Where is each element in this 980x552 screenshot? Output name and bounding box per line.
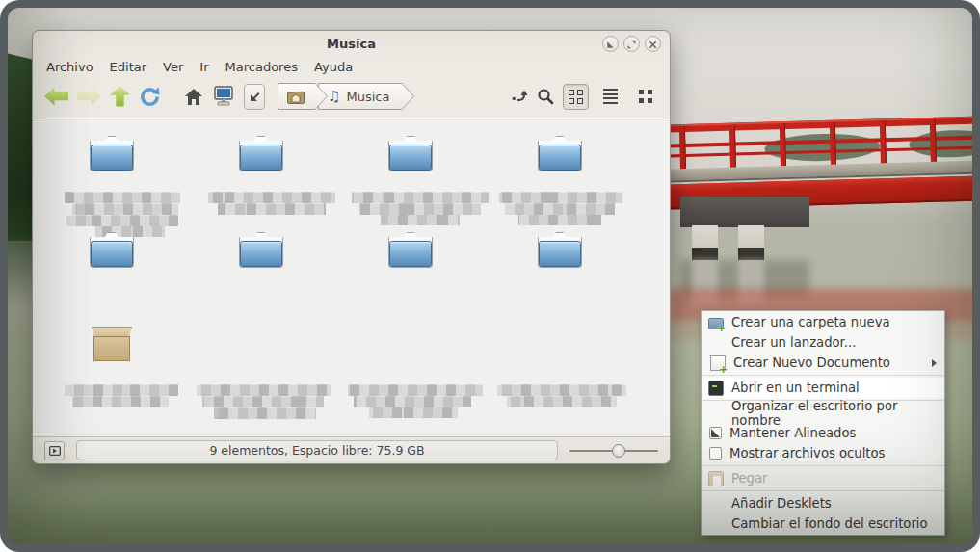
zoom-slider[interactable] [569, 441, 658, 460]
bridge-post [830, 122, 836, 167]
menu-item-label: Cambiar el fondo del escritorio [731, 516, 928, 531]
menu-ir[interactable]: Ir [199, 60, 208, 74]
menu-separator [702, 465, 944, 466]
folder-icon [538, 232, 582, 268]
up-arrow-icon[interactable] [110, 87, 130, 107]
menu-item-label: Mostrar archivos ocultos [729, 446, 885, 460]
status-text: 9 elementos, Espacio libre: 75.9 GB [76, 440, 558, 460]
breadcrumb: ♫ Musica [278, 83, 414, 110]
home-icon[interactable] [184, 88, 203, 106]
desktop-wallpaper: Musica ArchivoEditarVerIrMarcadoresAyuda [8, 8, 972, 544]
bridge-pier-column [692, 225, 718, 260]
redacted-label [505, 203, 615, 215]
menu-item-label: Mantener Alineados [729, 426, 856, 440]
redacted-label [369, 407, 458, 418]
redacted-label [381, 215, 460, 225]
redacted-label [354, 396, 471, 407]
folder-icon [90, 232, 134, 268]
computer-icon[interactable] [212, 86, 235, 107]
minimize-button[interactable] [602, 36, 619, 52]
redacted-label [352, 192, 489, 203]
folder-item[interactable] [488, 232, 632, 268]
zoom-slider-handle[interactable] [612, 444, 625, 458]
menu-ayuda[interactable]: Ayuda [314, 60, 353, 74]
redacted-label [348, 384, 483, 396]
screen-bezel: Musica ArchivoEditarVerIrMarcadoresAyuda [0, 0, 980, 552]
breadcrumb-home[interactable] [278, 83, 328, 110]
context-menu-item[interactable]: +Crear Nuevo Documento [702, 353, 944, 373]
redacted-label [499, 192, 622, 203]
terminal-icon [708, 381, 724, 396]
checkbox-checked [709, 427, 722, 439]
grid-view-icon[interactable] [563, 84, 589, 110]
wallpaper-trees [909, 129, 972, 159]
bridge-post [880, 120, 887, 165]
breadcrumb-musica[interactable]: ♫ Musica [318, 83, 414, 110]
folder-icon [388, 232, 433, 268]
forward-arrow-icon [77, 88, 101, 106]
folder-icon [239, 232, 283, 268]
redacted-label [65, 384, 178, 396]
checkbox-unchecked [709, 447, 722, 460]
redacted-label [507, 396, 617, 407]
context-menu-item[interactable]: Añadir Desklets [702, 493, 944, 513]
desktop-context-menu: +Crear una carpeta nuevaCrear un lanzado… [701, 310, 945, 536]
folder-item[interactable] [40, 232, 184, 268]
menu-item-label: Pegar [731, 471, 767, 486]
menu-editar[interactable]: Editar [110, 60, 147, 74]
menu-item-spacer [708, 406, 724, 421]
context-menu-item[interactable]: +Crear una carpeta nueva [702, 312, 944, 332]
redacted-label [65, 192, 180, 203]
statusbar: 9 elementos, Espacio libre: 75.9 GB [33, 437, 670, 463]
redacted-label [208, 192, 335, 203]
pier-reflection [680, 260, 809, 295]
sidebar-toggle-icon[interactable] [44, 441, 65, 460]
window-title: Musica [33, 37, 670, 51]
folder-icon [239, 136, 283, 171]
archive-item[interactable] [40, 327, 184, 363]
archive-box-icon [90, 327, 134, 363]
compact-view-icon[interactable] [632, 84, 658, 110]
bridge-pier-column [738, 225, 764, 260]
refresh-icon[interactable] [139, 86, 161, 108]
maximize-button[interactable] [623, 36, 640, 52]
menu-item-label: Añadir Desklets [731, 496, 832, 511]
redacted-label [497, 384, 626, 396]
menu-ver[interactable]: Ver [163, 60, 183, 74]
file-icon-view[interactable] [33, 118, 670, 437]
menu-item-spacer [708, 335, 724, 351]
titlebar[interactable]: Musica [33, 31, 670, 57]
close-button[interactable] [645, 36, 661, 52]
context-menu-item: Pegar [702, 468, 944, 488]
location-toggle-arrow-icon[interactable] [244, 84, 265, 110]
folder-item[interactable] [488, 136, 632, 171]
menu-marcadores[interactable]: Marcadores [225, 60, 298, 74]
back-arrow-icon[interactable] [44, 88, 68, 106]
redacted-label [202, 396, 324, 407]
folder-item[interactable] [40, 136, 184, 171]
context-menu-item[interactable]: Organizar el escritorio por nombre [702, 403, 944, 423]
search-icon[interactable] [537, 88, 554, 105]
bridge-pier-cap [680, 197, 809, 227]
context-menu-item[interactable]: Cambiar el fondo del escritorio [702, 513, 944, 534]
submenu-arrow-icon [932, 359, 937, 367]
folder-icon [538, 136, 582, 171]
menubar: ArchivoEditarVerIrMarcadoresAyuda [33, 57, 670, 79]
context-menu-item[interactable]: Mantener Alineados [702, 423, 944, 443]
home-folder-icon [287, 90, 305, 104]
bridge-post [679, 126, 686, 171]
context-menu-item[interactable]: Crear un lanzador... [702, 332, 944, 353]
menu-item-label: Abrir en un terminal [731, 381, 860, 395]
menu-archivo[interactable]: Archivo [46, 60, 93, 74]
list-view-icon[interactable] [597, 84, 623, 110]
folder-item[interactable] [189, 136, 333, 171]
context-menu-item[interactable]: Mostrar archivos ocultos [702, 443, 944, 463]
redacted-label [359, 203, 481, 215]
bridge-rail [668, 116, 972, 132]
bridge-post [780, 123, 786, 168]
folder-item[interactable] [338, 136, 483, 171]
folder-item[interactable] [189, 232, 333, 268]
location-entry-icon[interactable] [512, 90, 528, 104]
context-menu-item[interactable]: Abrir en un terminal [702, 378, 944, 398]
folder-item[interactable] [338, 232, 483, 268]
